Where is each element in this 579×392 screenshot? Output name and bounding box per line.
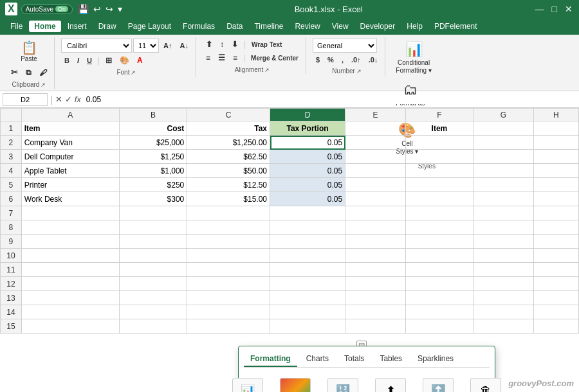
cell-4-3[interactable]: 0.05 — [270, 164, 345, 178]
save-button[interactable]: 💾 — [77, 3, 90, 15]
clipboard-expand-icon[interactable]: ↗ — [41, 82, 46, 88]
align-right-button[interactable]: ≡ — [230, 52, 241, 64]
row-header-2[interactable]: 2 — [1, 136, 22, 150]
clear-item[interactable]: 🗑 Clear... — [467, 378, 504, 392]
row-header-6[interactable]: 6 — [1, 192, 22, 206]
cell-6-1[interactable]: $300 — [119, 192, 187, 206]
cell-6-0[interactable]: Work Desk — [21, 192, 119, 206]
cell-2-4[interactable] — [345, 136, 406, 150]
cell-10-6[interactable] — [473, 249, 534, 263]
cell-8-2[interactable] — [187, 220, 270, 235]
cell-14-4[interactable] — [345, 305, 406, 319]
cell-9-0[interactable] — [21, 235, 119, 249]
cell-12-2[interactable] — [187, 277, 270, 291]
cell-12-3[interactable] — [270, 277, 345, 291]
font-color-button[interactable]: A — [134, 55, 146, 66]
cell-15-3[interactable] — [270, 319, 345, 334]
align-middle-button[interactable]: ↕ — [217, 39, 227, 50]
popup-tab-tables[interactable]: Tables — [373, 352, 409, 367]
col-header-e[interactable]: E — [345, 109, 406, 121]
col-header-c[interactable]: C — [187, 109, 270, 121]
cell-2-3[interactable]: 0.05 — [270, 136, 345, 150]
cell-4-7[interactable] — [533, 164, 578, 178]
cell-10-7[interactable] — [533, 249, 578, 263]
menu-file[interactable]: File — [5, 21, 28, 32]
cell-2-6[interactable] — [473, 136, 534, 150]
cell-1-6[interactable] — [473, 121, 534, 136]
cut-button[interactable]: ✂ — [8, 66, 21, 78]
cell-10-4[interactable] — [345, 249, 406, 263]
cell-15-6[interactable] — [473, 319, 534, 334]
cell-2-0[interactable]: Company Van — [21, 136, 119, 150]
row-header-5[interactable]: 5 — [1, 178, 22, 192]
number-expand-icon[interactable]: ↗ — [356, 68, 362, 75]
col-header-a[interactable]: A — [21, 109, 119, 121]
cell-11-0[interactable] — [21, 263, 119, 277]
row-header-4[interactable]: 4 — [1, 164, 22, 178]
cell-10-1[interactable] — [119, 249, 187, 263]
cell-1-2[interactable]: Tax — [187, 121, 270, 136]
row-header-7[interactable]: 7 — [1, 206, 22, 220]
cell-12-1[interactable] — [119, 277, 187, 291]
cell-4-6[interactable] — [473, 164, 534, 178]
cell-12-5[interactable] — [405, 277, 473, 291]
cell-6-4[interactable] — [345, 192, 406, 206]
cell-7-0[interactable] — [21, 206, 119, 220]
borders-button[interactable]: ⊞ — [102, 55, 115, 66]
cell-14-7[interactable] — [533, 305, 578, 319]
row-header-11[interactable]: 11 — [1, 263, 22, 277]
cell-reference-input[interactable] — [3, 93, 48, 106]
cell-6-3[interactable]: 0.05 — [270, 192, 345, 206]
cell-14-1[interactable] — [119, 305, 187, 319]
cell-1-1[interactable]: Cost — [119, 121, 187, 136]
cell-14-5[interactable] — [405, 305, 473, 319]
cell-2-5[interactable] — [405, 136, 473, 150]
cell-10-3[interactable] — [270, 249, 345, 263]
number-format-selector[interactable]: General — [313, 39, 377, 53]
menu-view[interactable]: View — [327, 21, 354, 32]
popup-tab-charts[interactable]: Charts — [300, 352, 335, 367]
close-button[interactable]: ✕ — [564, 3, 574, 15]
decrease-decimal-button[interactable]: .0↓ — [365, 55, 381, 65]
autosave-toggle[interactable]: AutoSave On — [21, 4, 73, 14]
row-header-12[interactable]: 12 — [1, 277, 22, 291]
cell-5-4[interactable] — [345, 178, 406, 192]
increase-decimal-button[interactable]: .0↑ — [348, 55, 364, 65]
maximize-button[interactable]: □ — [551, 3, 558, 15]
col-header-g[interactable]: G — [473, 109, 534, 121]
cell-13-7[interactable] — [533, 291, 578, 305]
fill-color-button[interactable]: 🎨 — [116, 55, 133, 66]
cell-15-4[interactable] — [345, 319, 406, 334]
icon-set-item[interactable]: 🔢 Icon Set — [324, 378, 362, 392]
col-header-h[interactable]: H — [533, 109, 578, 121]
cell-8-0[interactable] — [21, 220, 119, 235]
cell-11-1[interactable] — [119, 263, 187, 277]
cell-1-0[interactable]: Item — [21, 121, 119, 136]
cell-7-2[interactable] — [187, 206, 270, 220]
cell-10-5[interactable] — [405, 249, 473, 263]
redo-button[interactable]: ↪ — [104, 3, 115, 15]
format-painter-button[interactable]: 🖌 — [36, 67, 50, 78]
cell-1-7[interactable] — [533, 121, 578, 136]
cell-7-7[interactable] — [533, 206, 578, 220]
insert-function-icon[interactable]: fx — [75, 94, 81, 104]
confirm-formula-icon[interactable]: ✓ — [65, 94, 72, 104]
menu-timeline[interactable]: Timeline — [249, 21, 288, 32]
col-header-f[interactable]: F — [405, 109, 473, 121]
cell-13-1[interactable] — [119, 291, 187, 305]
cell-1-4[interactable] — [345, 121, 406, 136]
cell-11-5[interactable] — [405, 263, 473, 277]
undo-button[interactable]: ↩ — [92, 3, 102, 15]
cell-13-2[interactable] — [187, 291, 270, 305]
comma-button[interactable]: , — [338, 55, 347, 65]
row-header-1[interactable]: 1 — [1, 121, 22, 136]
bold-button[interactable]: B — [61, 55, 73, 66]
cell-3-1[interactable]: $1,250 — [119, 150, 187, 164]
cell-8-4[interactable] — [345, 220, 406, 235]
cell-15-2[interactable] — [187, 319, 270, 334]
menu-help[interactable]: Help — [401, 21, 428, 32]
cell-4-0[interactable]: Apple Tablet — [21, 164, 119, 178]
cell-1-5[interactable]: Item — [405, 121, 473, 136]
cell-11-6[interactable] — [473, 263, 534, 277]
cell-3-2[interactable]: $62.50 — [187, 150, 270, 164]
